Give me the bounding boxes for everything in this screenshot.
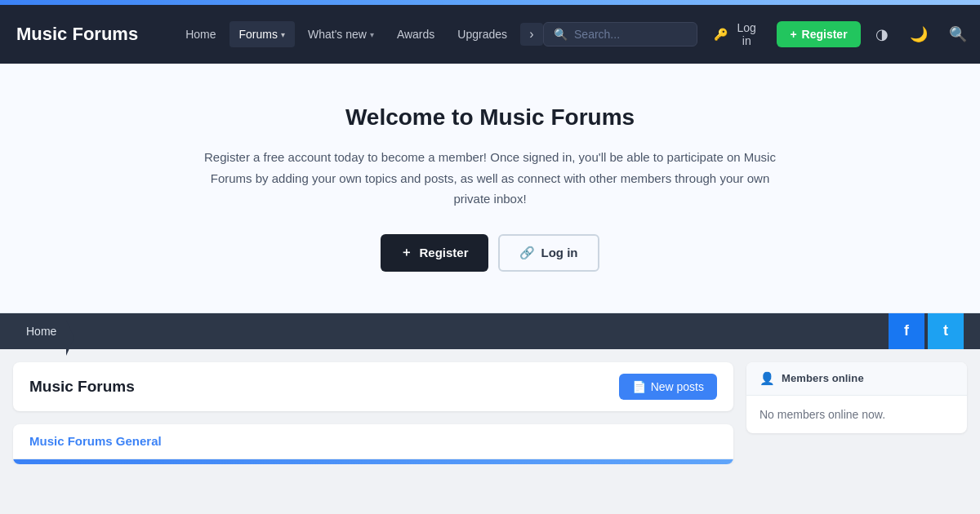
forums-chevron-icon: ▾ (281, 30, 285, 39)
nav-more-button[interactable]: › (520, 23, 543, 46)
login-button[interactable]: 🔑 Log in (706, 16, 768, 52)
nav-whats-new-label: What's new (308, 28, 367, 41)
welcome-register-plus-icon: ＋ (400, 245, 412, 260)
search-icon: 🔍 (554, 28, 568, 41)
nav-awards-label: Awards (397, 28, 434, 41)
nav-item-home[interactable]: Home (176, 21, 225, 47)
nav-right: 🔍 🔑 Log in + Register ◑ 🌙 🔍 (543, 16, 973, 52)
subforum-title-bar: Music Forums General (13, 424, 733, 459)
facebook-button[interactable]: f (889, 313, 924, 349)
search-input[interactable] (574, 28, 687, 41)
welcome-login-key-icon: 🔗 (519, 246, 535, 260)
welcome-banner: Welcome to Music Forums Register a free … (0, 64, 980, 313)
welcome-title: Welcome to Music Forums (16, 104, 964, 131)
nav-items: Home Forums ▾ What's new ▾ Awards Upgrad… (176, 21, 543, 47)
dark-mode-button[interactable]: 🌙 (903, 22, 934, 47)
circle-icon: ◑ (875, 26, 889, 42)
new-posts-label: New posts (651, 380, 704, 393)
nav-upgrades-label: Upgrades (457, 28, 507, 41)
twitter-button[interactable]: t (928, 313, 964, 349)
register-label: Register (802, 28, 848, 41)
members-card-body: No members online now. (746, 396, 967, 433)
subforum-blue-bar (13, 459, 733, 464)
forums-main: Music Forums 📄 New posts Music Forums Ge… (13, 362, 733, 464)
breadcrumb-bar: Home f t (0, 313, 980, 349)
welcome-register-label: Register (419, 246, 468, 259)
welcome-description: Register a free account today to become … (204, 147, 776, 210)
no-members-text: No members online now. (760, 408, 885, 421)
forum-box-title: Music Forums (29, 378, 619, 396)
breadcrumb-home[interactable]: Home (16, 320, 66, 343)
navbar: Music Forums Home Forums ▾ What's new ▾ … (0, 5, 980, 64)
sidebar: 👤 Members online No members online now. (746, 362, 967, 433)
welcome-actions: ＋ Register 🔗 Log in (16, 234, 964, 272)
login-label: Log in (733, 21, 760, 47)
page-body: Music Forums 📄 New posts Music Forums Ge… (0, 349, 980, 464)
nav-home-label: Home (185, 28, 216, 41)
moon-icon: 🌙 (910, 26, 928, 42)
welcome-login-button[interactable]: 🔗 Log in (498, 234, 599, 272)
members-card: 👤 Members online No members online now. (746, 362, 967, 433)
register-plus-icon: + (790, 28, 796, 41)
whats-new-chevron-icon: ▾ (370, 30, 374, 39)
search-box[interactable]: 🔍 (543, 22, 697, 47)
register-button[interactable]: + Register (777, 21, 860, 47)
login-key-icon: 🔑 (714, 28, 728, 41)
nav-item-forums[interactable]: Forums ▾ (229, 21, 295, 47)
members-person-icon: 👤 (760, 371, 775, 386)
welcome-register-button[interactable]: ＋ Register (381, 234, 488, 272)
nav-item-upgrades[interactable]: Upgrades (448, 21, 517, 47)
new-posts-button[interactable]: 📄 New posts (619, 374, 717, 400)
subforum-title-link[interactable]: Music Forums General (29, 434, 162, 448)
nav-forums-label: Forums (239, 28, 278, 41)
breadcrumb-home-label: Home (26, 325, 56, 338)
twitter-icon: t (943, 322, 948, 339)
breadcrumb-social: f t (889, 313, 964, 349)
forum-box-header: Music Forums 📄 New posts (13, 362, 733, 411)
forum-box: Music Forums 📄 New posts (13, 362, 733, 411)
members-label: Members online (782, 372, 864, 384)
site-logo[interactable]: Music Forums (16, 24, 138, 45)
welcome-login-label: Log in (541, 246, 578, 259)
subforum-section: Music Forums General (13, 424, 733, 464)
nav-item-whats-new[interactable]: What's new ▾ (298, 21, 384, 47)
facebook-icon: f (904, 322, 909, 339)
members-card-header: 👤 Members online (746, 362, 967, 396)
new-posts-doc-icon: 📄 (632, 380, 646, 393)
theme-toggle-button[interactable]: ◑ (869, 22, 895, 47)
search-nav-icon: 🔍 (949, 26, 967, 42)
search-nav-button[interactable]: 🔍 (942, 22, 973, 47)
nav-item-awards[interactable]: Awards (387, 21, 444, 47)
